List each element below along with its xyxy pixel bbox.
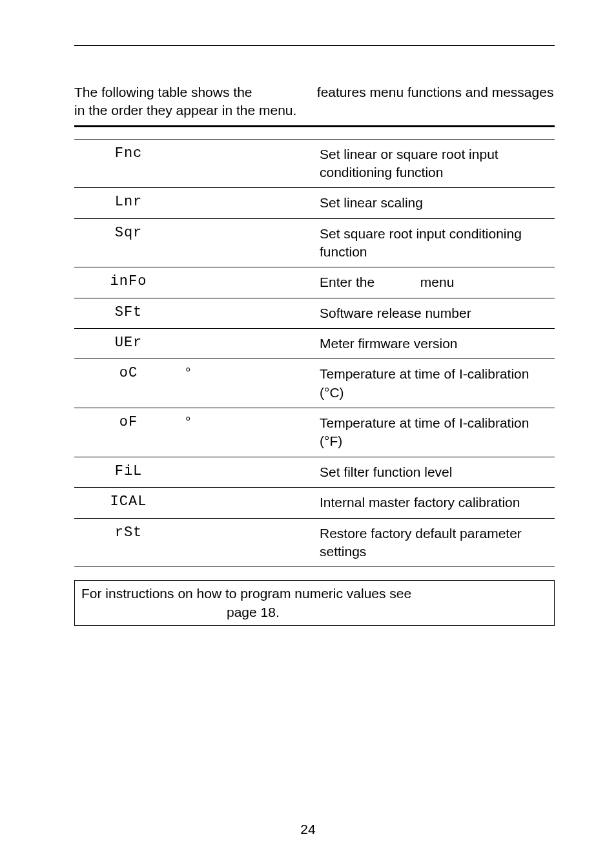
display-code: ICAL	[74, 488, 183, 518]
table-row: FiL Set filter function level	[74, 457, 555, 487]
note-line2: page 18.	[227, 603, 548, 621]
display-code: oF	[74, 408, 183, 457]
display-code: inFo	[74, 267, 183, 298]
mid-cell	[183, 488, 317, 518]
display-code: oC	[74, 359, 183, 408]
mid-cell	[183, 329, 317, 359]
table-row: SFt Software release number	[74, 298, 555, 328]
mid-cell	[183, 518, 317, 567]
mid-cell	[183, 188, 317, 218]
mid-cell	[183, 218, 317, 267]
mid-cell	[183, 298, 317, 328]
mid-cell	[183, 267, 317, 298]
desc-cell: Temperature at time of I-calibration (°C…	[317, 359, 555, 408]
table-row: oF ° Temperature at time of I-calibratio…	[74, 408, 555, 457]
table-row: oC ° Temperature at time of I-calibratio…	[74, 359, 555, 408]
desc-cell: Internal master factory calibration	[317, 488, 555, 518]
desc-cell: Restore factory default parameter settin…	[317, 518, 555, 567]
desc-cell: Meter firmware version	[317, 329, 555, 359]
desc-cell: Software release number	[317, 298, 555, 328]
intro-right: features menu functions and messages	[317, 83, 554, 101]
display-code: Fnc	[74, 139, 183, 188]
table-row: ICAL Internal master factory calibration	[74, 488, 555, 518]
table-row: Sqr Set square root input conditioning f…	[74, 218, 555, 267]
instructions-note: For instructions on how to program numer…	[74, 580, 555, 626]
table-row: rSt Restore factory default parameter se…	[74, 518, 555, 567]
features-table: Fnc Set linear or square root input cond…	[74, 139, 555, 568]
display-code: SFt	[74, 298, 183, 328]
table-row: UEr Meter firmware version	[74, 329, 555, 359]
desc-cell: Set linear scaling	[317, 188, 555, 218]
desc-post: menu	[420, 275, 455, 289]
table-row: Fnc Set linear or square root input cond…	[74, 139, 555, 188]
mid-cell: °	[183, 408, 317, 457]
display-code: FiL	[74, 457, 183, 487]
mid-cell	[183, 457, 317, 487]
desc-cell: Set square root input conditioning funct…	[317, 218, 555, 267]
display-code: UEr	[74, 329, 183, 359]
table-row: inFo Enter the menu	[74, 267, 555, 298]
desc-cell: Set filter function level	[317, 457, 555, 487]
desc-cell: Enter the menu	[317, 267, 555, 298]
mid-cell	[183, 139, 317, 188]
note-line1: For instructions on how to program numer…	[81, 585, 548, 603]
intro-left: The following table shows the	[74, 83, 313, 101]
top-rule	[74, 45, 555, 46]
intro-line2: in the order they appear in the menu.	[74, 103, 296, 118]
intro-paragraph: The following table shows the features m…	[74, 83, 555, 120]
table-top-rule	[74, 125, 555, 127]
desc-cell: Temperature at time of I-calibration (°F…	[317, 408, 555, 457]
display-code: rSt	[74, 518, 183, 567]
display-code: Sqr	[74, 218, 183, 267]
desc-pre: Enter the	[320, 273, 416, 291]
desc-cell: Set linear or square root input conditio…	[317, 139, 555, 188]
page-number: 24	[0, 822, 616, 837]
mid-cell: °	[183, 359, 317, 408]
table-row: Lnr Set linear scaling	[74, 188, 555, 218]
display-code: Lnr	[74, 188, 183, 218]
